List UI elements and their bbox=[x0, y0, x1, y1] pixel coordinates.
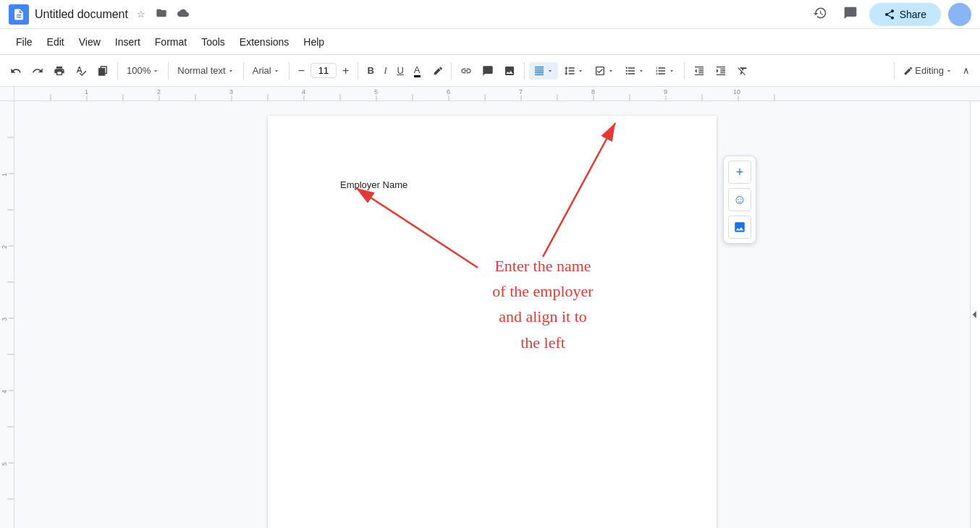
svg-text:1: 1 bbox=[85, 88, 88, 95]
svg-text:5: 5 bbox=[1, 462, 8, 466]
bold-btn[interactable]: B bbox=[363, 62, 378, 79]
svg-text:8: 8 bbox=[591, 88, 595, 95]
floating-add-btn[interactable]: + bbox=[728, 161, 751, 184]
arrows-svg bbox=[268, 116, 717, 528]
indent-inc-btn[interactable] bbox=[711, 62, 731, 80]
svg-text:4: 4 bbox=[302, 88, 305, 95]
sep4 bbox=[289, 62, 290, 80]
svg-text:2: 2 bbox=[1, 245, 8, 249]
underline-btn[interactable]: U bbox=[392, 62, 407, 79]
font-btn[interactable]: Arial bbox=[248, 62, 284, 79]
sep6 bbox=[451, 62, 452, 80]
ruler-row: 1 2 3 4 5 6 7 8 bbox=[0, 87, 980, 101]
font-size-inc-btn[interactable]: + bbox=[338, 61, 353, 80]
ruler-svg: 1 2 3 4 5 6 7 8 bbox=[14, 87, 980, 101]
share-btn[interactable]: Share bbox=[869, 3, 941, 26]
italic-btn[interactable]: I bbox=[380, 62, 392, 79]
svg-text:10: 10 bbox=[733, 88, 740, 95]
bullet-list-btn[interactable] bbox=[620, 62, 649, 80]
svg-text:4: 4 bbox=[1, 390, 8, 393]
redo-btn[interactable] bbox=[28, 62, 48, 80]
svg-line-53 bbox=[543, 123, 615, 257]
floating-image-btn[interactable] bbox=[728, 216, 751, 239]
page[interactable]: Employer Name Enter the name of the empl… bbox=[268, 116, 717, 528]
instruction-text: Enter the name of the employer and align… bbox=[434, 253, 651, 355]
menu-bar: File Edit View Insert Format Tools Exten… bbox=[0, 29, 980, 55]
menu-extensions[interactable]: Extensions bbox=[232, 33, 296, 51]
user-avatar[interactable] bbox=[948, 3, 971, 26]
svg-text:6: 6 bbox=[447, 88, 450, 95]
sep5 bbox=[358, 62, 358, 80]
svg-text:3: 3 bbox=[229, 88, 233, 95]
page-wrapper: Employer Name Enter the name of the empl… bbox=[268, 116, 717, 514]
image-btn[interactable] bbox=[499, 62, 520, 80]
sep7 bbox=[524, 62, 525, 80]
collapse-handle[interactable] bbox=[970, 101, 980, 528]
svg-line-52 bbox=[356, 188, 478, 268]
ruler-corner bbox=[0, 87, 14, 101]
align-btn[interactable] bbox=[529, 62, 558, 80]
toolbar: 100% Normal text Arial − 11 + B I U A bbox=[0, 55, 980, 87]
undo-btn[interactable] bbox=[6, 62, 26, 80]
style-btn[interactable]: Normal text bbox=[173, 62, 238, 79]
title-right: Share bbox=[808, 1, 971, 27]
menu-edit[interactable]: Edit bbox=[40, 33, 72, 51]
title-icons: ☆ bbox=[134, 4, 192, 24]
main-area: 1 2 3 4 5 bbox=[0, 101, 980, 528]
link-btn[interactable] bbox=[456, 62, 476, 80]
comment-inline-btn[interactable] bbox=[478, 62, 498, 80]
svg-text:1: 1 bbox=[1, 173, 8, 176]
font-size-dec-btn[interactable]: − bbox=[294, 61, 309, 80]
svg-text:3: 3 bbox=[1, 318, 8, 321]
svg-text:9: 9 bbox=[664, 88, 667, 95]
highlight-btn[interactable] bbox=[426, 62, 447, 80]
menu-format[interactable]: Format bbox=[148, 33, 194, 51]
paint-btn[interactable] bbox=[93, 62, 113, 80]
align-dropdown-area bbox=[529, 62, 558, 80]
menu-tools[interactable]: Tools bbox=[194, 33, 232, 51]
star-btn[interactable]: ☆ bbox=[134, 6, 148, 22]
zoom-btn[interactable]: 100% bbox=[122, 62, 164, 79]
annotation-overlay: Enter the name of the employer and align… bbox=[268, 116, 717, 528]
numbered-list-btn[interactable] bbox=[651, 62, 680, 80]
doc-container: 1 2 3 4 5 6 7 8 bbox=[0, 87, 980, 528]
svg-text:2: 2 bbox=[157, 88, 161, 95]
sep2 bbox=[168, 62, 169, 80]
sep8 bbox=[684, 62, 685, 80]
floating-emoji-btn[interactable]: ☺ bbox=[728, 188, 751, 211]
spellcheck-btn[interactable] bbox=[71, 62, 91, 80]
cloud-btn[interactable] bbox=[174, 4, 192, 24]
sep9 bbox=[894, 62, 895, 80]
text-color-btn[interactable]: A bbox=[410, 61, 425, 80]
indent-dec-btn[interactable] bbox=[689, 62, 709, 80]
ruler-v: 1 2 3 4 5 bbox=[0, 101, 14, 528]
collapse-toolbar-btn[interactable]: ∧ bbox=[958, 62, 974, 79]
editing-mode-btn[interactable]: Editing bbox=[899, 62, 957, 79]
employer-name-text: Employer Name bbox=[340, 179, 407, 190]
ruler-h: 1 2 3 4 5 6 7 8 bbox=[14, 87, 980, 101]
floating-sidebar: + ☺ bbox=[723, 156, 756, 244]
sep3 bbox=[243, 62, 244, 80]
sep1 bbox=[117, 62, 118, 80]
menu-file[interactable]: File bbox=[9, 33, 40, 51]
clear-formatting-btn[interactable] bbox=[732, 62, 753, 80]
comment-btn[interactable] bbox=[839, 1, 862, 27]
doc-icon bbox=[9, 4, 29, 25]
menu-help[interactable]: Help bbox=[296, 33, 331, 51]
folder-btn[interactable] bbox=[153, 4, 170, 24]
svg-text:5: 5 bbox=[374, 88, 378, 95]
svg-text:7: 7 bbox=[519, 88, 523, 95]
title-bar: Untitled document ☆ Share bbox=[0, 0, 980, 29]
print-btn[interactable] bbox=[49, 62, 69, 80]
menu-insert[interactable]: Insert bbox=[108, 33, 148, 51]
font-size-box[interactable]: 11 bbox=[311, 63, 337, 78]
menu-view[interactable]: View bbox=[72, 33, 108, 51]
doc-title: Untitled document bbox=[35, 8, 128, 21]
history-btn[interactable] bbox=[808, 1, 832, 27]
doc-scroll: Employer Name Enter the name of the empl… bbox=[14, 101, 970, 528]
checklist-btn[interactable] bbox=[590, 62, 619, 80]
v-ruler-svg: 1 2 3 4 5 bbox=[0, 101, 14, 528]
line-spacing-btn[interactable] bbox=[559, 62, 588, 80]
share-label: Share bbox=[900, 9, 926, 20]
